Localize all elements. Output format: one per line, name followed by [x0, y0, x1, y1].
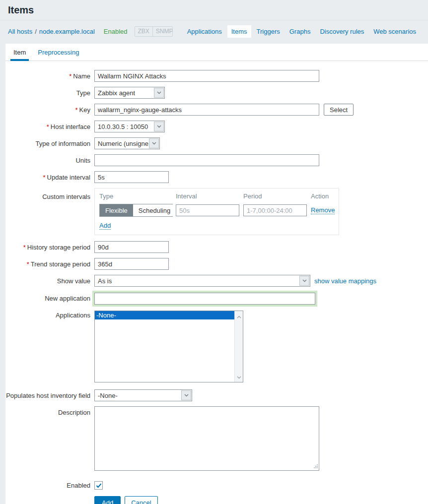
applications-label: Applications	[56, 312, 90, 319]
interval-type-segmented: Flexible Scheduling	[99, 204, 176, 217]
required-marker: *	[47, 123, 49, 130]
units-input[interactable]	[94, 154, 319, 166]
row-new-application: New application	[5, 291, 428, 305]
inventory-field-select[interactable]: -None-	[94, 389, 192, 401]
column-header-period: Period	[243, 192, 311, 204]
column-header-interval: Interval	[176, 192, 243, 204]
row-form-actions: Add Cancel	[5, 496, 428, 504]
name-input[interactable]	[94, 70, 319, 82]
nav-applications[interactable]: Applications	[183, 25, 226, 38]
remove-interval-link[interactable]: Remove	[311, 206, 335, 214]
row-applications: Applications -None-	[5, 311, 428, 382]
nav-web-scenarios[interactable]: Web scenarios	[369, 25, 420, 38]
row-custom-intervals: Custom intervals Type Interval Period Ac…	[5, 188, 428, 235]
required-marker: *	[75, 106, 78, 114]
required-marker: *	[27, 260, 29, 268]
type-of-information-select[interactable]: Numeric (unsigned)	[94, 137, 160, 149]
type-of-information-label: Type of information	[35, 140, 90, 147]
host-interface-select[interactable]: 10.0.30.5 : 10050	[94, 121, 165, 132]
trend-storage-label: Trend storage period	[31, 260, 90, 268]
chevron-down-icon	[154, 122, 164, 131]
row-name: *Name	[5, 70, 428, 82]
column-header-type: Type	[99, 192, 176, 204]
page-title: Items	[8, 4, 420, 16]
update-interval-label: Update interval	[47, 174, 90, 181]
item-form-panel: Item Preprocessing *Name Type Zabbix age…	[5, 44, 428, 504]
row-inventory-field: Populates host inventory field -None-	[5, 389, 428, 401]
type-select[interactable]: Zabbix agent	[94, 87, 165, 99]
interval-input[interactable]	[176, 204, 239, 216]
units-label: Units	[75, 157, 90, 164]
cancel-button[interactable]: Cancel	[125, 496, 157, 504]
row-trend-storage: *Trend storage period	[5, 258, 428, 270]
interval-type-flexible-button[interactable]: Flexible	[100, 204, 133, 216]
tab-preprocessing[interactable]: Preprocessing	[32, 44, 85, 61]
listbox-scrollbar[interactable]	[234, 311, 243, 382]
breadcrumb-host-link[interactable]: node.example.local	[39, 28, 95, 35]
new-application-label: New application	[45, 295, 90, 302]
key-select-button[interactable]: Select	[324, 104, 354, 116]
breadcrumb-separator: /	[35, 28, 37, 35]
history-storage-label: History storage period	[27, 244, 90, 251]
host-nav: Applications Items Triggers Graphs Disco…	[182, 25, 420, 38]
required-marker: *	[43, 174, 45, 181]
resize-grip-icon[interactable]	[314, 463, 318, 470]
type-select-value: Zabbix agent	[95, 89, 135, 97]
chevron-down-icon	[149, 138, 159, 148]
nav-items[interactable]: Items	[227, 25, 251, 38]
interface-availability-badges: ZBX SNMP JMX IPMI	[135, 26, 173, 37]
row-key: *Key Select	[5, 104, 428, 116]
scroll-down-icon[interactable]	[237, 373, 241, 380]
key-label: Key	[79, 106, 90, 114]
chevron-down-icon	[299, 276, 309, 286]
applications-option-none[interactable]: -None-	[95, 311, 234, 319]
breadcrumb-all-hosts-link[interactable]: All hosts	[8, 28, 32, 35]
host-interface-select-value: 10.0.30.5 : 10050	[95, 123, 148, 130]
type-of-information-select-value: Numeric (unsigned)	[95, 140, 148, 147]
add-interval-link[interactable]: Add	[99, 222, 111, 230]
inventory-field-select-value: -None-	[95, 392, 118, 399]
required-marker: *	[69, 72, 71, 80]
form-tab-bar: Item Preprocessing	[5, 44, 428, 61]
interval-type-scheduling-button[interactable]: Scheduling	[133, 204, 176, 216]
row-show-value: Show value As is show value mappings	[5, 275, 428, 287]
nav-graphs[interactable]: Graphs	[285, 25, 315, 38]
row-type: Type Zabbix agent	[5, 87, 428, 99]
breadcrumb: All hosts / node.example.local Enabled Z…	[0, 20, 428, 44]
chevron-down-icon	[181, 390, 191, 400]
host-interface-label: Host interface	[51, 123, 90, 130]
enabled-label: Enabled	[67, 482, 90, 489]
description-textarea[interactable]	[94, 406, 319, 471]
show-value-mappings-link[interactable]: show value mappings	[314, 275, 376, 285]
history-storage-input[interactable]	[94, 241, 169, 253]
enabled-checkbox[interactable]	[94, 481, 103, 490]
row-units: Units	[5, 154, 428, 166]
row-enabled: Enabled	[5, 480, 428, 490]
new-application-input[interactable]	[94, 293, 315, 305]
nav-triggers[interactable]: Triggers	[253, 25, 284, 38]
row-host-interface: *Host interface 10.0.30.5 : 10050	[5, 121, 428, 132]
row-type-of-information: Type of information Numeric (unsigned)	[5, 137, 428, 149]
show-value-select-value: As is	[95, 277, 112, 285]
custom-intervals-label: Custom intervals	[42, 193, 90, 200]
period-input[interactable]	[243, 204, 307, 216]
row-update-interval: *Update interval	[5, 171, 428, 183]
inventory-field-label: Populates host inventory field	[6, 392, 90, 399]
badge-snmp: SNMP	[152, 27, 173, 36]
description-label: Description	[58, 409, 90, 416]
name-label: Name	[73, 72, 90, 80]
applications-listbox[interactable]: -None-	[94, 311, 243, 382]
key-input[interactable]	[94, 104, 319, 116]
scroll-up-icon[interactable]	[237, 313, 241, 320]
badge-zbx: ZBX	[135, 27, 152, 36]
chevron-down-icon	[154, 88, 164, 98]
nav-discovery-rules[interactable]: Discovery rules	[316, 25, 368, 38]
show-value-select[interactable]: As is	[94, 275, 310, 287]
row-history-storage: *History storage period	[5, 241, 428, 253]
update-interval-input[interactable]	[94, 171, 169, 183]
trend-storage-input[interactable]	[94, 258, 169, 270]
add-button[interactable]: Add	[94, 496, 121, 504]
tab-item[interactable]: Item	[7, 44, 32, 61]
custom-intervals-table: Type Interval Period Action Flexible Sch…	[94, 188, 339, 235]
required-marker: *	[23, 244, 26, 251]
